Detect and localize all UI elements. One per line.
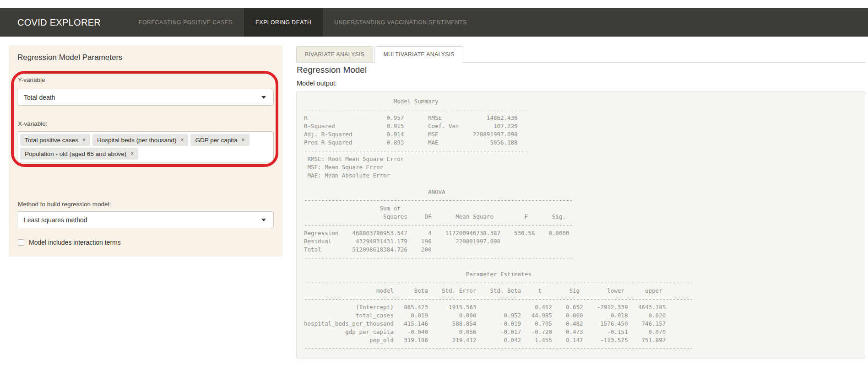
x-variable-multiselect[interactable]: Total positive cases × Hospital beds (pe… <box>17 131 274 162</box>
tab-bivariate-analysis[interactable]: BIVARIATE ANALYSIS <box>296 46 373 62</box>
top-navbar: COVID EXPLORER FORECASTING POSITIVE CASE… <box>0 8 868 37</box>
y-variable-label: Y-variable <box>18 76 45 83</box>
method-selected-value: Least squares method <box>24 216 87 224</box>
x-variable-chip: Hospital beds (per thousand) × <box>92 134 188 146</box>
remove-chip-icon[interactable]: × <box>82 137 86 143</box>
model-output-block: Model Summary --------------------------… <box>296 91 865 359</box>
remove-chip-icon[interactable]: × <box>242 137 245 143</box>
nav-item-exploring-death[interactable]: EXPLORING DEATH <box>244 8 323 37</box>
x-variable-chip: Total positive cases × <box>20 134 90 146</box>
page: COVID EXPLORER FORECASTING POSITIVE CASE… <box>0 0 868 386</box>
x-variable-label: X-variable: <box>18 120 48 127</box>
chip-label: Hospital beds (per thousand) <box>97 137 176 144</box>
analysis-tabs: BIVARIATE ANALYSIS MULTIVARIATE ANALYSIS <box>296 46 865 63</box>
x-variable-chip: GDP per capita × <box>190 134 249 146</box>
chip-label: Population - old (aged 65 and above) <box>25 150 126 157</box>
chevron-down-icon <box>261 96 266 99</box>
panel-title: Regression Model Parameters <box>17 53 123 62</box>
nav-item-forecasting-positive-cases[interactable]: FORECASTING POSITIVE CASES <box>127 8 244 37</box>
model-output-text: Model Summary --------------------------… <box>304 97 857 353</box>
chip-label: Total positive cases <box>25 137 78 144</box>
remove-chip-icon[interactable]: × <box>180 137 184 143</box>
nav-item-vaccination-sentiments[interactable]: UNDERSTANDING VACCINATION SENTIMENTS <box>323 8 478 37</box>
app-title: COVID EXPLORER <box>0 8 127 37</box>
method-select[interactable]: Least squares method <box>17 211 274 228</box>
chip-label: GDP per capita <box>195 137 237 144</box>
regression-model-heading: Regression Model <box>297 65 367 75</box>
remove-chip-icon[interactable]: × <box>130 151 134 156</box>
x-variable-chip: Population - old (aged 65 and above) × <box>20 148 138 160</box>
y-variable-selected-value: Total death <box>24 94 55 101</box>
regression-parameters-panel: Regression Model Parameters Y-variable T… <box>9 45 282 257</box>
tab-multivariate-analysis[interactable]: MULTIVARIATE ANALYSIS <box>374 46 463 63</box>
interaction-checkbox[interactable] <box>18 239 24 246</box>
interaction-terms-row: Model includes interaction terms <box>18 239 121 246</box>
model-output-label: Model output: <box>297 80 337 87</box>
y-variable-select[interactable]: Total death <box>17 89 274 106</box>
interaction-checkbox-label: Model includes interaction terms <box>29 239 121 246</box>
method-label: Method to build regression model: <box>18 201 111 208</box>
chevron-down-icon <box>261 219 266 221</box>
